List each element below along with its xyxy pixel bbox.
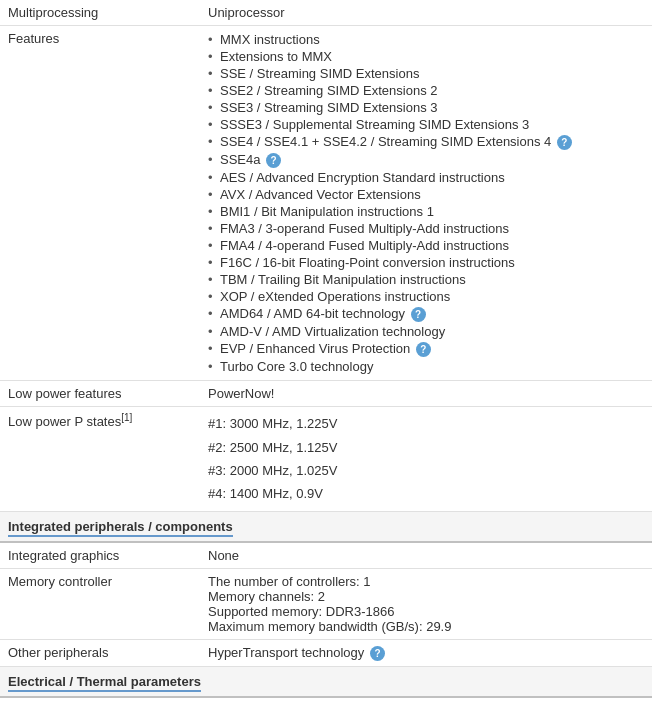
list-item: TBM / Trailing Bit Manipulation instruct…	[208, 271, 644, 288]
list-item: AES / Advanced Encryption Standard instr…	[208, 169, 644, 186]
list-item: AMD64 / AMD 64-bit technology ?	[208, 305, 644, 323]
help-icon[interactable]: ?	[557, 135, 572, 150]
data-row: MultiprocessingUniprocessor	[0, 0, 652, 26]
row-value: HyperTransport technology ?	[200, 639, 652, 666]
help-icon[interactable]: ?	[370, 646, 385, 661]
list-item: MMX instructions	[208, 31, 644, 48]
row-value: 70.5°C	[200, 697, 652, 702]
memory-info: The number of controllers: 1Memory chann…	[208, 574, 644, 634]
section-header: Electrical / Thermal parameters	[0, 666, 652, 697]
row-label: Features	[0, 26, 200, 381]
list-item: SSSE3 / Supplemental Streaming SIMD Exte…	[208, 116, 644, 133]
row-value: PowerNow!	[200, 381, 652, 407]
data-row: Low power featuresPowerNow!	[0, 381, 652, 407]
list-item: FMA4 / 4-operand Fused Multiply-Add inst…	[208, 237, 644, 254]
specs-table: MultiprocessingUniprocessorFeaturesMMX i…	[0, 0, 652, 702]
list-item: XOP / eXtended Operations instructions	[208, 288, 644, 305]
row-label: Low power features	[0, 381, 200, 407]
section-title: Electrical / Thermal parameters	[8, 674, 201, 692]
row-value: MMX instructionsExtensions to MMXSSE / S…	[200, 26, 652, 381]
list-item: AVX / Advanced Vector Extensions	[208, 186, 644, 203]
data-row: Memory controllerThe number of controlle…	[0, 568, 652, 639]
list-item: EVP / Enhanced Virus Protection ?	[208, 340, 644, 358]
list-item: SSE / Streaming SIMD Extensions	[208, 65, 644, 82]
help-icon[interactable]: ?	[411, 307, 426, 322]
row-label: Low power P states[1]	[0, 407, 200, 512]
section-title: Integrated peripherals / components	[8, 519, 233, 537]
row-value: Uniprocessor	[200, 0, 652, 26]
list-item: SSE4 / SSE4.1 + SSE4.2 / Streaming SIMD …	[208, 133, 644, 151]
list-item: AMD-V / AMD Virtualization technology	[208, 323, 644, 340]
row-label: Maximum operating temperature?	[0, 697, 200, 702]
list-item: Extensions to MMX	[208, 48, 644, 65]
data-row: Low power P states[1]#1: 3000 MHz, 1.225…	[0, 407, 652, 512]
row-value: #1: 3000 MHz, 1.225V#2: 2500 MHz, 1.125V…	[200, 407, 652, 512]
list-item: FMA3 / 3-operand Fused Multiply-Add inst…	[208, 220, 644, 237]
list-item: SSE4a ?	[208, 151, 644, 169]
data-row: Other peripheralsHyperTransport technolo…	[0, 639, 652, 666]
list-item: SSE3 / Streaming SIMD Extensions 3	[208, 99, 644, 116]
row-label: Memory controller	[0, 568, 200, 639]
help-icon[interactable]: ?	[416, 342, 431, 357]
row-label: Other peripherals	[0, 639, 200, 666]
row-value: The number of controllers: 1Memory chann…	[200, 568, 652, 639]
data-row: Maximum operating temperature?70.5°C	[0, 697, 652, 702]
features-list: MMX instructionsExtensions to MMXSSE / S…	[208, 31, 644, 375]
section-header: Integrated peripherals / components	[0, 511, 652, 542]
row-label: Integrated graphics	[0, 542, 200, 569]
list-item: SSE2 / Streaming SIMD Extensions 2	[208, 82, 644, 99]
label-sup: [1]	[121, 412, 132, 423]
data-row: Integrated graphicsNone	[0, 542, 652, 569]
power-states: #1: 3000 MHz, 1.225V#2: 2500 MHz, 1.125V…	[208, 412, 644, 506]
row-value: None	[200, 542, 652, 569]
data-row: FeaturesMMX instructionsExtensions to MM…	[0, 26, 652, 381]
help-icon[interactable]: ?	[266, 153, 281, 168]
list-item: Turbo Core 3.0 technology	[208, 358, 644, 375]
row-label: Multiprocessing	[0, 0, 200, 26]
list-item: F16C / 16-bit Floating-Point conversion …	[208, 254, 644, 271]
list-item: BMI1 / Bit Manipulation instructions 1	[208, 203, 644, 220]
